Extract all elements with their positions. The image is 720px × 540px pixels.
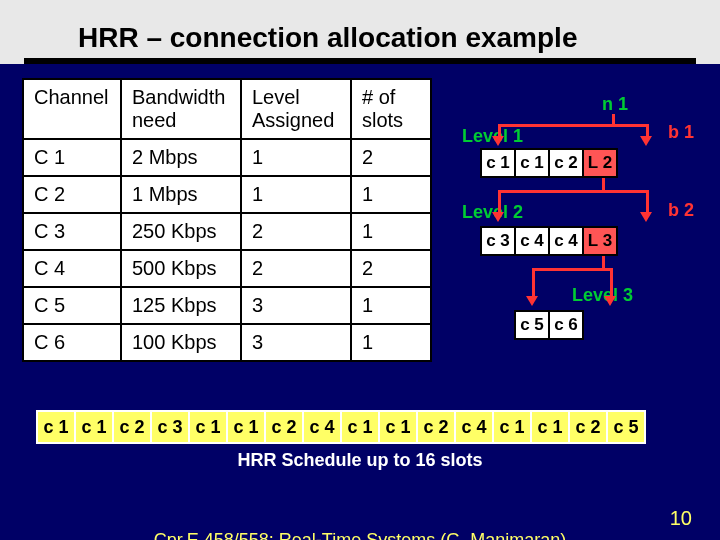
schedule-strip: c 1 c 1 c 2 c 3 c 1 c 1 c 2 c 4 c 1 c 1 …: [36, 410, 646, 444]
slot: c 5: [606, 410, 646, 444]
slot: c 4: [454, 410, 494, 444]
arrow-connector: [646, 190, 649, 214]
th-channel: Channel: [23, 79, 121, 139]
slot: c 1: [492, 410, 532, 444]
arrow-connector: [610, 268, 613, 298]
cell: c 3: [480, 226, 516, 256]
cell: c 6: [548, 310, 584, 340]
slot: c 1: [36, 410, 76, 444]
slot: c 2: [568, 410, 608, 444]
slot: c 1: [226, 410, 266, 444]
table-row: C 4500 Kbps22: [23, 250, 431, 287]
level2-cells: c 3 c 4 c 4 L 3: [480, 226, 618, 256]
arrowhead-icon: [640, 136, 652, 146]
cell: c 4: [548, 226, 584, 256]
cell: c 1: [480, 148, 516, 178]
footer-page: 10: [670, 507, 692, 530]
arrow-connector: [498, 124, 648, 127]
arrowhead-icon: [526, 296, 538, 306]
th-slots: # of slots: [351, 79, 431, 139]
th-bandwidth: Bandwidth need: [121, 79, 241, 139]
table-row: C 3250 Kbps21: [23, 213, 431, 250]
n1-label: n 1: [602, 94, 628, 115]
arrow-connector: [612, 114, 615, 124]
arrow-connector: [498, 190, 501, 214]
slot: c 4: [302, 410, 342, 444]
arrow-connector: [532, 268, 535, 298]
b2-label: b 2: [668, 200, 694, 221]
arrowhead-icon: [492, 136, 504, 146]
arrowhead-icon: [604, 296, 616, 306]
arrowhead-icon: [640, 212, 652, 222]
title-underline: [24, 58, 696, 64]
slot: c 1: [378, 410, 418, 444]
table-row: C 5125 Kbps31: [23, 287, 431, 324]
slot: c 1: [340, 410, 380, 444]
footer-course: Cpr.E 458/558: Real-Time Systems (G. Man…: [0, 530, 720, 540]
schedule-caption: HRR Schedule up to 16 slots: [0, 450, 720, 471]
slot: c 2: [112, 410, 152, 444]
cell-linked: L 3: [582, 226, 618, 256]
table-row: C 12 Mbps12: [23, 139, 431, 176]
arrow-connector: [602, 256, 605, 268]
table-row: C 21 Mbps11: [23, 176, 431, 213]
b1-label: b 1: [668, 122, 694, 143]
slot: c 1: [188, 410, 228, 444]
slot: c 1: [74, 410, 114, 444]
arrow-connector: [602, 178, 605, 190]
table-row: C 6100 Kbps31: [23, 324, 431, 361]
cell: c 4: [514, 226, 550, 256]
slot: c 2: [264, 410, 304, 444]
slide-title: HRR – connection allocation example: [38, 10, 577, 60]
cell: c 5: [514, 310, 550, 340]
slot: c 2: [416, 410, 456, 444]
allocation-table: Channel Bandwidth need Level Assigned # …: [22, 78, 432, 362]
slot: c 1: [530, 410, 570, 444]
level3-label: Level 3: [572, 285, 633, 306]
slot: c 3: [150, 410, 190, 444]
arrow-connector: [498, 190, 648, 193]
th-level: Level Assigned: [241, 79, 351, 139]
cell-linked: L 2: [582, 148, 618, 178]
cell: c 1: [514, 148, 550, 178]
level3-cells: c 5 c 6: [514, 310, 584, 340]
arrowhead-icon: [492, 212, 504, 222]
arrow-connector: [532, 268, 612, 271]
level1-cells: c 1 c 1 c 2 L 2: [480, 148, 618, 178]
cell: c 2: [548, 148, 584, 178]
